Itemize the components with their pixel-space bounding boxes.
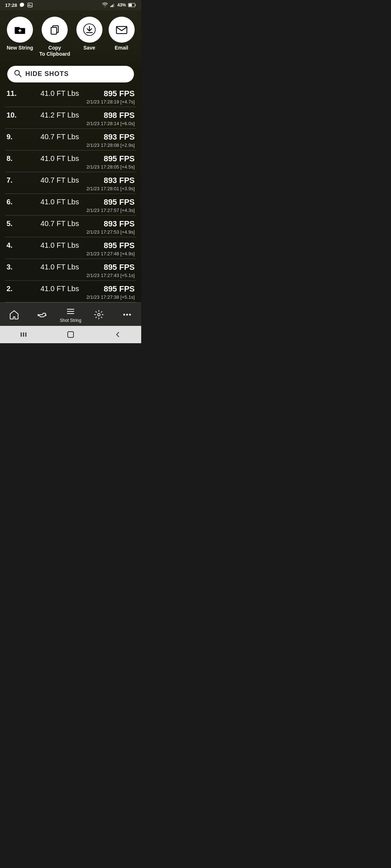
shot-number: 2. [7,285,21,293]
shot-fps: 893 FPS [98,176,135,185]
shot-list: 11.41.0 FT Lbs895 FPS2/1/23 17:28:19 [+4… [0,85,141,302]
nav-home[interactable] [3,310,25,320]
folder-plus-icon [13,23,26,36]
nav-shot-string[interactable]: Shot String [60,306,81,323]
download-icon [83,23,96,36]
shot-string-nav-label: Shot String [60,318,81,323]
shot-item: 11.41.0 FT Lbs895 FPS2/1/23 17:28:19 [+4… [5,85,136,107]
shot-energy: 40.7 FT Lbs [21,220,98,228]
shot-timestamp: 2/1/23 17:28:08 [+2.9s] [7,142,135,148]
status-left: 17:28 [5,2,33,8]
shot-item: 2.41.0 FT Lbs895 FPS2/1/23 17:27:38 [+5.… [5,281,136,302]
nav-settings[interactable] [88,310,110,320]
search-bar[interactable]: HIDE SHOTS [7,66,134,82]
save-label: Save [83,45,95,51]
shot-timestamp: 2/1/23 17:27:53 [+4.9s] [7,229,135,235]
shot-energy: 41.0 FT Lbs [21,241,98,250]
battery-icon [128,3,136,7]
shot-item: 7.40.7 FT Lbs893 FPS2/1/23 17:28:01 [+3.… [5,172,136,194]
svg-rect-5 [113,4,114,7]
new-string-label: New String [7,45,33,51]
system-nav [0,326,141,343]
more-icon [122,310,132,320]
shot-number: 3. [7,263,21,271]
shot-energy: 41.0 FT Lbs [21,285,98,293]
email-icon [115,23,128,36]
shot-fps: 898 FPS [98,111,135,120]
svg-point-23 [126,314,128,315]
nav-more[interactable] [116,310,138,320]
email-icon-circle [109,17,135,43]
back-icon[interactable] [113,330,122,339]
svg-rect-25 [21,332,22,337]
shot-timestamp: 2/1/23 17:27:57 [+4.3s] [7,208,135,213]
new-string-button[interactable]: New String [7,17,33,51]
image-icon [27,2,33,8]
shot-energy: 41.0 FT Lbs [21,198,98,206]
home-system-icon[interactable] [66,330,75,339]
shot-item: 6.41.0 FT Lbs895 FPS2/1/23 17:27:57 [+4.… [5,194,136,216]
shot-timestamp: 2/1/23 17:27:43 [+5.1s] [7,273,135,278]
shot-number: 11. [7,89,21,98]
settings-icon [94,310,104,320]
svg-line-16 [19,74,21,76]
shot-fps: 895 FPS [98,241,135,250]
shot-fps: 893 FPS [98,219,135,229]
save-icon-circle [76,17,102,43]
shot-energy: 41.0 FT Lbs [21,263,98,271]
time-display: 17:28 [5,3,17,8]
shot-fps: 893 FPS [98,132,135,142]
copy-clipboard-button[interactable]: CopyTo Clipboard [39,17,70,57]
wifi-icon [102,2,108,8]
save-button[interactable]: Save [76,17,102,51]
svg-rect-3 [111,5,112,7]
search-icon [14,69,22,79]
shot-item: 10.41.2 FT Lbs898 FPS2/1/23 17:28:14 [+6… [5,107,136,129]
shot-timestamp: 2/1/23 17:28:19 [+4.7s] [7,99,135,105]
shot-timestamp: 2/1/23 17:27:48 [+4.9s] [7,251,135,256]
list-icon [66,306,76,316]
shot-energy: 40.7 FT Lbs [21,176,98,184]
shot-energy: 41.2 FT Lbs [21,111,98,119]
recent-apps-icon[interactable] [19,330,28,339]
svg-rect-2 [110,6,111,7]
email-button[interactable]: Email [109,17,135,51]
shot-item: 9.40.7 FT Lbs893 FPS2/1/23 17:28:08 [+2.… [5,129,136,150]
svg-rect-28 [68,332,73,337]
svg-rect-4 [112,5,113,7]
nav-gun[interactable] [31,310,53,320]
svg-rect-27 [25,332,26,337]
shot-number: 8. [7,154,21,163]
shot-number: 9. [7,133,21,141]
svg-rect-14 [116,26,127,34]
shot-fps: 895 FPS [98,284,135,294]
messenger-icon [19,2,25,8]
new-string-icon-circle [7,17,33,43]
signal-icon [110,3,115,8]
gun-icon [37,310,47,320]
shot-number: 10. [7,111,21,119]
copy-clipboard-label: CopyTo Clipboard [39,45,70,57]
shot-timestamp: 2/1/23 17:28:05 [+4.5s] [7,164,135,170]
status-bar: 17:28 43% [0,0,141,10]
shot-timestamp: 2/1/23 17:28:01 [+3.9s] [7,186,135,191]
shot-number: 6. [7,198,21,206]
svg-rect-26 [23,332,24,337]
shot-timestamp: 2/1/23 17:27:38 [+5.1s] [7,294,135,300]
shot-energy: 41.0 FT Lbs [21,154,98,163]
svg-point-22 [123,314,125,315]
shot-item: 4.41.0 FT Lbs895 FPS2/1/23 17:27:48 [+4.… [5,237,136,259]
shot-fps: 895 FPS [98,154,135,163]
shot-number: 5. [7,220,21,228]
bottom-nav: Shot String [0,302,141,326]
shot-fps: 895 FPS [98,197,135,207]
svg-rect-11 [51,27,56,34]
svg-point-21 [98,313,100,316]
copy-clipboard-icon-circle [42,17,68,43]
shot-number: 4. [7,241,21,250]
toolbar: New String CopyTo Clipboard [0,10,141,62]
shot-number: 7. [7,176,21,184]
svg-rect-7 [129,4,132,6]
shot-energy: 40.7 FT Lbs [21,133,98,141]
shot-fps: 895 FPS [98,263,135,272]
